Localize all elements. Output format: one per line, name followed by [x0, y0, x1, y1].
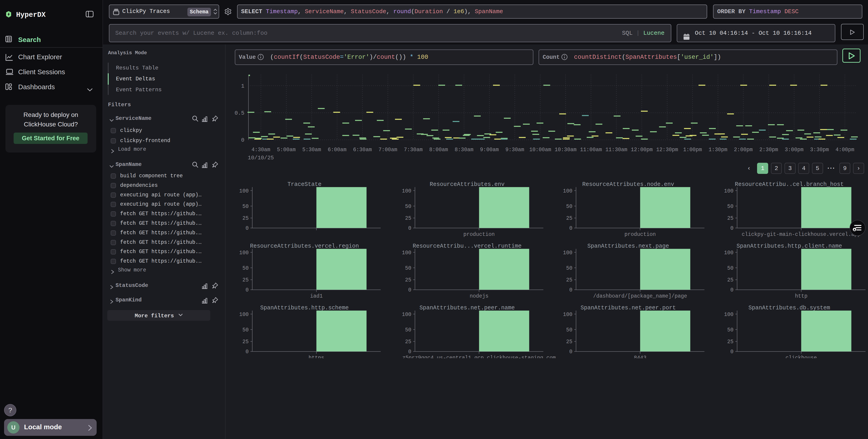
svg-text:25: 25: [405, 277, 411, 283]
svg-text:4:30am: 4:30am: [252, 147, 271, 153]
svg-text:7:30am: 7:30am: [404, 147, 423, 153]
svg-text:50: 50: [566, 327, 572, 333]
svg-text:25: 25: [727, 215, 734, 221]
svg-text:0: 0: [245, 287, 249, 293]
svg-text:50: 50: [566, 265, 572, 271]
svg-text:ResourceAttributes.env: ResourceAttributes.env: [430, 181, 504, 188]
svg-text:2:00pm: 2:00pm: [734, 147, 753, 153]
svg-text:100: 100: [724, 312, 734, 318]
svg-text:100: 100: [563, 312, 572, 318]
svg-text:ResourceAttributes.vercel.regi: ResourceAttributes.vercel.region: [250, 243, 359, 250]
svg-text:0: 0: [730, 226, 734, 231]
svg-text:1:00pm: 1:00pm: [683, 147, 702, 153]
svg-text:11:00am: 11:00am: [580, 147, 602, 153]
svg-text:TraceState: TraceState: [287, 181, 321, 188]
svg-text:0: 0: [245, 349, 249, 355]
svg-text:100: 100: [402, 188, 411, 194]
svg-text:SpanAttributes.db.system: SpanAttributes.db.system: [748, 304, 830, 311]
svg-text:100: 100: [402, 312, 411, 318]
svg-text:50: 50: [405, 265, 411, 271]
svg-text:ResourceAttributes.node.env: ResourceAttributes.node.env: [582, 181, 674, 188]
svg-text:0: 0: [241, 137, 244, 143]
svg-text:1:30pm: 1:30pm: [709, 147, 727, 153]
svg-text:25: 25: [242, 339, 249, 345]
svg-text:100: 100: [239, 188, 249, 194]
svg-text:3:30pm: 3:30pm: [810, 147, 829, 153]
svg-text:0: 0: [730, 349, 734, 355]
svg-text:7:00am: 7:00am: [378, 147, 397, 153]
svg-text:2:30pm: 2:30pm: [759, 147, 778, 153]
svg-text:SpanAttributes.next.page: SpanAttributes.next.page: [587, 243, 669, 250]
svg-text:SpanAttributes.http.scheme: SpanAttributes.http.scheme: [260, 304, 349, 311]
svg-text:0: 0: [408, 349, 411, 355]
svg-text:50: 50: [405, 204, 411, 209]
svg-text:6:30am: 6:30am: [353, 147, 372, 153]
svg-text:25: 25: [242, 215, 249, 221]
svg-text:0.5: 0.5: [235, 110, 244, 116]
svg-text:0: 0: [569, 287, 572, 293]
svg-text:100: 100: [402, 250, 411, 256]
svg-text:50: 50: [242, 327, 249, 333]
svg-text:50: 50: [405, 327, 411, 333]
svg-text:4:00pm: 4:00pm: [836, 147, 855, 153]
svg-text:z5prz9ggc4.us-central1.gcp.cli: z5prz9ggc4.us-central1.gcp.clickhouse-st…: [402, 355, 556, 358]
svg-text:SpanAttributes.http.client.nam: SpanAttributes.http.client.name: [736, 243, 842, 250]
svg-text:SpanAttributes.net.peer.port: SpanAttributes.net.peer.port: [581, 304, 676, 311]
svg-text:25: 25: [405, 339, 411, 345]
svg-text:100: 100: [239, 312, 249, 318]
svg-text:5:30am: 5:30am: [302, 147, 321, 153]
svg-text:50: 50: [242, 204, 249, 209]
svg-text:/dashboard/[package_name]/page: /dashboard/[package_name]/page: [593, 293, 687, 299]
svg-text:ResourceAttribu...vercel.runti: ResourceAttribu...vercel.runtime: [413, 243, 522, 250]
svg-text:ResourceAttribu..cel.branch_ho: ResourceAttribu..cel.branch_host: [735, 181, 844, 188]
svg-text:50: 50: [242, 265, 249, 271]
svg-text:8443: 8443: [634, 355, 646, 358]
svg-text:100: 100: [724, 188, 734, 194]
svg-text:clickpy-git-main-clickhouse.ve: clickpy-git-main-clickhouse.vercel.app: [742, 232, 861, 237]
svg-text:25: 25: [566, 277, 572, 283]
svg-text:12:00pm: 12:00pm: [631, 147, 653, 153]
svg-text:11:30am: 11:30am: [605, 147, 627, 153]
svg-text:10/10/25: 10/10/25: [248, 155, 274, 161]
svg-text:0: 0: [408, 287, 411, 293]
svg-text:3:00pm: 3:00pm: [785, 147, 804, 153]
svg-text:9:00am: 9:00am: [480, 147, 499, 153]
svg-text:1: 1: [241, 83, 244, 89]
svg-text:25: 25: [727, 339, 734, 345]
svg-text:100: 100: [563, 188, 572, 194]
svg-text:0: 0: [569, 226, 572, 231]
svg-text:http: http: [795, 293, 807, 299]
svg-text:50: 50: [727, 265, 734, 271]
svg-text:6:00am: 6:00am: [328, 147, 346, 153]
svg-text:0: 0: [730, 287, 734, 293]
svg-text:100: 100: [563, 250, 572, 256]
svg-text:0: 0: [245, 226, 249, 231]
svg-text:nodejs: nodejs: [470, 293, 489, 299]
svg-text:25: 25: [727, 277, 734, 283]
svg-text:25: 25: [242, 277, 249, 283]
svg-text:100: 100: [724, 250, 734, 256]
svg-text:100: 100: [239, 250, 249, 256]
svg-text:10:30am: 10:30am: [555, 147, 577, 153]
svg-text:25: 25: [566, 339, 572, 345]
svg-text:https: https: [309, 355, 324, 358]
svg-text:8:30am: 8:30am: [455, 147, 473, 153]
svg-text:12:30pm: 12:30pm: [656, 147, 678, 153]
svg-text:25: 25: [405, 215, 411, 221]
svg-text:production: production: [464, 232, 495, 237]
svg-text:25: 25: [566, 215, 572, 221]
svg-text:iad1: iad1: [310, 293, 322, 299]
svg-text:9:30am: 9:30am: [505, 147, 524, 153]
svg-text:0: 0: [569, 349, 572, 355]
svg-text:5:00am: 5:00am: [277, 147, 296, 153]
svg-text:production: production: [625, 232, 656, 237]
svg-text:50: 50: [727, 204, 734, 209]
svg-text:50: 50: [566, 204, 572, 209]
svg-text:SpanAttributes.net.peer.name: SpanAttributes.net.peer.name: [420, 304, 515, 311]
svg-text:clickhouse: clickhouse: [786, 355, 817, 358]
svg-text:8:00am: 8:00am: [429, 147, 448, 153]
svg-text:50: 50: [727, 327, 734, 333]
svg-text:0: 0: [408, 226, 411, 231]
svg-text:10:00am: 10:00am: [529, 147, 551, 153]
